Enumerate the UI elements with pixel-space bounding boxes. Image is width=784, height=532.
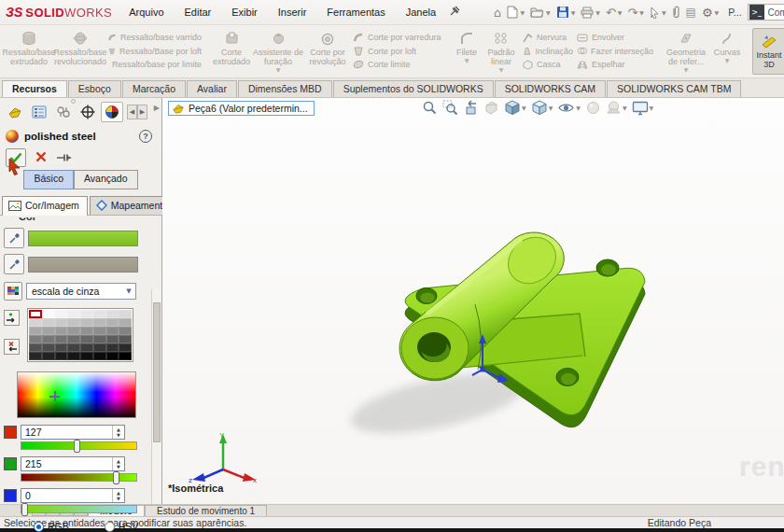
help-icon[interactable]: ? [139, 130, 152, 143]
eyedropper-primary-button[interactable] [4, 228, 24, 248]
secondary-color-swatch[interactable] [28, 257, 138, 273]
menu-arquivo[interactable]: Arquivo [129, 7, 163, 18]
cancel-button[interactable] [35, 149, 47, 166]
apply-scene-icon[interactable]: ▼ [606, 100, 627, 116]
blue-spinner[interactable]: ▲▼ [112, 489, 124, 502]
red-slider[interactable] [21, 441, 137, 450]
draft-item[interactable]: Inclinação [523, 45, 573, 58]
green-chip[interactable] [4, 457, 17, 470]
wrap-item[interactable]: Envolver [577, 31, 653, 44]
section-view-icon[interactable] [483, 100, 499, 116]
panel-flyout-arrow[interactable]: ▶ [154, 104, 160, 112]
options-list-icon[interactable]: ▤ [684, 3, 698, 21]
reference-geometry-caret[interactable]: ▼ [684, 67, 689, 74]
panel-scrollbar-thumb[interactable] [153, 302, 161, 442]
red-chip[interactable] [4, 426, 17, 439]
home-icon[interactable]: ⌂ [492, 3, 503, 21]
command-search[interactable]: >_ Comandos de pesquisa [748, 4, 784, 21]
undo-icon[interactable]: ↶▼ [604, 3, 624, 21]
tab-suplementos[interactable]: Suplementos do SOLIDWORKS [333, 80, 494, 97]
curves-caret[interactable]: ▼ [725, 58, 730, 64]
tab-color-image[interactable]: Cor/Imagem [2, 196, 88, 216]
print-icon[interactable]: ▼ [579, 3, 602, 21]
blue-slider[interactable] [21, 505, 137, 513]
cut-loft-item[interactable]: Corte por loft [353, 45, 442, 58]
intersect-item[interactable]: Fazer interseção [577, 45, 653, 58]
red-spinner[interactable]: ▲▼ [112, 426, 124, 439]
blue-chip[interactable] [4, 489, 17, 502]
panel-collapse-handle[interactable] [71, 99, 76, 104]
mirror-item[interactable]: Espelhar [577, 58, 653, 71]
display-style-icon[interactable]: ▼ [531, 100, 553, 116]
green-spinner[interactable]: ▲▼ [112, 457, 124, 470]
tab-recursos[interactable]: Recursos [2, 80, 67, 97]
boss-boundary-item[interactable]: Ressalto/base por limite [108, 58, 202, 71]
eyedropper-secondary-button[interactable] [4, 254, 24, 274]
palette-button[interactable] [4, 282, 22, 301]
blue-value-input[interactable]: 0 ▲▼ [21, 488, 125, 503]
zoom-to-fit-icon[interactable] [422, 100, 438, 116]
boss-loft-item[interactable]: Ressalto/Base por loft [108, 45, 202, 58]
grayscale-dropdown[interactable]: escala de cinza ▼ [26, 283, 136, 300]
cut-extrude-button[interactable]: Corte extrudado [211, 27, 252, 76]
linear-pattern-button[interactable]: Padrão linear ▼ [482, 27, 521, 76]
attach-icon[interactable] [670, 3, 682, 21]
manager-tab-part[interactable] [4, 102, 26, 122]
add-swatch-button[interactable] [4, 310, 20, 326]
pin-menu-icon[interactable] [449, 4, 460, 21]
edit-appearance-icon[interactable] [585, 100, 601, 116]
hide-show-items-icon[interactable]: ▼ [557, 101, 581, 115]
manager-tab-configurations[interactable] [77, 102, 99, 122]
rgb-radio[interactable]: RGB [34, 521, 69, 532]
keep-visible-pin[interactable] [56, 149, 73, 166]
red-value-input[interactable]: 127 ▲▼ [21, 425, 125, 440]
boss-revolve-button[interactable]: Ressalto/base revolucionado [54, 27, 106, 76]
document-breadcrumb[interactable]: Peça6 (Valor predetermin... [168, 101, 315, 116]
red-slider-thumb[interactable] [74, 440, 80, 453]
cut-sweep-item[interactable]: Corte por varredura [353, 31, 442, 44]
open-icon[interactable]: ▼ [528, 3, 553, 21]
tab-solidworks-cam-tbm[interactable]: SOLIDWORKS CAM TBM [607, 80, 741, 97]
advanced-mode-button[interactable]: Avançado [74, 170, 138, 189]
tab-solidworks-cam[interactable]: SOLIDWORKS CAM [495, 80, 606, 97]
reference-geometry-button[interactable]: Geometria de refer... ▼ [663, 27, 709, 76]
instant3d-button[interactable]: Instant 3D [752, 28, 784, 75]
save-icon[interactable]: ▼ [554, 3, 578, 21]
tab-dimensoes-mbd[interactable]: Dimensões MBD [238, 80, 332, 97]
redo-icon[interactable]: ↷▼ [625, 3, 646, 21]
rib-item[interactable]: Nervura [523, 31, 573, 44]
color-spectrum-picker[interactable] [17, 371, 136, 418]
tab-marcacao[interactable]: Marcação [122, 80, 186, 97]
manager-tabs-left-icon[interactable]: ◀ [127, 105, 137, 119]
previous-view-icon[interactable] [463, 100, 479, 116]
green-slider-thumb[interactable] [113, 471, 119, 484]
profile-label[interactable]: P... [728, 7, 741, 18]
manager-tab-appearance[interactable] [101, 102, 123, 122]
grayscale-grid[interactable] [27, 308, 133, 362]
motion-study-tab[interactable]: Estudo de movimento 1 [145, 505, 267, 516]
blue-slider-thumb[interactable] [21, 503, 28, 516]
new-document-icon[interactable]: ▼ [505, 3, 526, 21]
cut-boundary-item[interactable]: Corte limite [353, 58, 442, 71]
boss-extrude-button[interactable]: Ressalto/base extrudado [4, 27, 54, 76]
manager-tab-feature-tree[interactable] [28, 102, 50, 122]
remove-swatch-button[interactable] [4, 339, 20, 355]
primary-color-swatch[interactable] [28, 231, 138, 246]
fillet-caret[interactable]: ▼ [465, 58, 469, 64]
cut-revolve-button[interactable]: Corte por revolução [304, 27, 351, 76]
panel-scrollbar[interactable] [151, 289, 161, 504]
model-part[interactable] [335, 215, 652, 448]
manager-tab-property[interactable] [52, 102, 75, 122]
tab-avaliar[interactable]: Avaliar [187, 80, 237, 97]
zoom-to-area-icon[interactable] [442, 100, 458, 116]
view-settings-icon[interactable]: ▼ [632, 101, 654, 116]
menu-janela[interactable]: Janela [406, 7, 436, 18]
curves-button[interactable]: Curvas ▼ [709, 27, 745, 76]
linear-pattern-caret[interactable]: ▼ [499, 67, 504, 74]
menu-editar[interactable]: Editar [185, 7, 212, 18]
view-orientation-icon[interactable]: ▼ [504, 100, 526, 116]
boss-sweep-item[interactable]: Ressalto/base varrido [108, 31, 202, 44]
hole-wizard-button[interactable]: Assistente de furação ▼ [252, 27, 304, 76]
green-value-input[interactable]: 215 ▲▼ [21, 456, 125, 471]
manager-tabs-right-icon[interactable]: ▶ [137, 105, 147, 119]
